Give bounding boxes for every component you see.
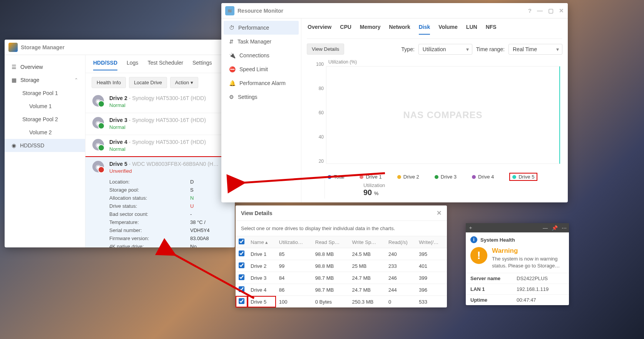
drive-row[interactable]: ◉ Drive 3 - Synology HAT5300-16T (HDD)No…	[85, 113, 235, 135]
legend-drive4[interactable]: Drive 4	[472, 173, 494, 181]
help-icon[interactable]: ?	[528, 7, 532, 14]
legend-drive5[interactable]: Drive 5	[509, 173, 537, 181]
drive-row[interactable]: ◉ Drive 4 - Synology HAT5300-16T (HDD)No…	[85, 135, 235, 157]
sidebar-item-connections[interactable]: 🔌Connections	[224, 48, 299, 62]
sidebar-item-volume2[interactable]: Volume 2	[5, 126, 85, 139]
sidebar-item-pool1[interactable]: Storage Pool 1	[5, 87, 85, 100]
tab-logs[interactable]: Logs	[127, 60, 138, 70]
sidebar-item-speed-limit[interactable]: ⛔Speed Limit	[224, 62, 299, 76]
dot-icon	[435, 175, 438, 179]
time-range-select[interactable]: Real Time	[509, 44, 562, 55]
check-all[interactable]	[239, 239, 244, 244]
legend-label: Drive 4	[478, 174, 494, 180]
locate-drive-button[interactable]: Locate Drive	[129, 77, 167, 88]
tab-overview[interactable]: Overview	[308, 24, 331, 35]
tab-memory[interactable]: Memory	[360, 24, 381, 35]
sidebar-item-performance-alarm[interactable]: 🔔Performance Alarm	[224, 76, 299, 90]
health-info-button[interactable]: Health Info	[92, 77, 126, 88]
legend-total[interactable]: Total	[328, 173, 344, 181]
pin-icon[interactable]: 📌	[552, 225, 558, 231]
legend-label: Drive 2	[403, 174, 419, 180]
resource-monitor-sidebar: ⏱Performance ⇵Task Manager 🔌Connections …	[221, 18, 301, 202]
storage-manager-titlebar[interactable]: Storage Manager	[5, 40, 235, 55]
drive-row[interactable]: ◉ Drive 2 - Synology HAT5300-16T (HDD)No…	[85, 91, 235, 113]
cell-read: 98.8 MB	[312, 248, 349, 260]
cell-name: Drive 2	[248, 260, 276, 272]
row-check[interactable]	[239, 250, 244, 256]
sidebar-item-performance[interactable]: ⏱Performance	[224, 21, 299, 35]
dot-icon	[472, 175, 476, 179]
util-label: Utilization	[363, 182, 559, 188]
bell-icon: 🔔	[229, 80, 236, 86]
table-row[interactable]: Drive 1 85 98.8 MB 24.5 MB 240 395	[236, 248, 447, 260]
col-util[interactable]: Utilizatio…	[276, 236, 312, 248]
storage-icon: ▦	[12, 77, 17, 83]
add-icon[interactable]: ＋	[468, 224, 473, 231]
tab-test-scheduler[interactable]: Test Scheduler	[147, 60, 183, 70]
legend-drive2[interactable]: Drive 2	[397, 173, 419, 181]
type-select[interactable]: Utilization	[418, 44, 472, 55]
detail-key: Drive status:	[109, 203, 190, 209]
drive-row-selected[interactable]: ◉ Drive 5 - WDC WD8003FFBX-68B9AN0 (H…7 …	[85, 156, 235, 247]
col-write[interactable]: Write Sp…	[349, 236, 386, 248]
row-check[interactable]	[239, 274, 244, 280]
legend-drive3[interactable]: Drive 3	[435, 173, 457, 181]
sidebar-item-volume1[interactable]: Volume 1	[5, 100, 85, 113]
dot-icon	[360, 175, 363, 179]
close-icon[interactable]: ✕	[437, 209, 442, 217]
tab-volume[interactable]: Volume	[438, 24, 458, 35]
cell-reads: 244	[385, 284, 416, 296]
legend-label: Drive 1	[366, 174, 381, 180]
minimize-icon[interactable]: —	[537, 7, 543, 14]
action-button[interactable]: Action ▾	[170, 77, 198, 88]
col-check[interactable]	[236, 236, 248, 248]
tab-lun[interactable]: LUN	[466, 24, 477, 35]
table-row[interactable]: Drive 5 100 0 Bytes 250.3 MB 0 533	[236, 296, 447, 308]
col-reads[interactable]: Read(/s)	[385, 236, 416, 248]
perf-toolbar: View Details Type: Utilization Time rang…	[307, 39, 562, 59]
cell-util: 86	[276, 284, 312, 296]
resource-monitor-window: ≋ Resource Monitor ? — ▢ ✕ ⏱Performance …	[221, 3, 568, 202]
view-details-title: View Details	[241, 210, 272, 216]
col-name[interactable]: Name ▴	[248, 236, 276, 248]
col-read[interactable]: Read Sp…	[312, 236, 349, 248]
sidebar-item-task-manager[interactable]: ⇵Task Manager	[224, 35, 299, 48]
disk-warn-icon: ◉	[92, 161, 104, 172]
tab-hdd-ssd[interactable]: HDD/SSD	[93, 60, 117, 70]
tab-disk[interactable]: Disk	[419, 24, 430, 35]
row-check[interactable]	[239, 262, 244, 268]
sidebar-label: Volume 1	[29, 103, 52, 109]
legend-drive1[interactable]: Drive 1	[360, 173, 381, 181]
sidebar-item-storage[interactable]: ▦Storage⌃	[5, 73, 85, 87]
kv-value: 192.168.1.119	[517, 286, 549, 292]
table-row[interactable]: Drive 3 84 98.7 MB 24.7 MB 246 399	[236, 272, 447, 284]
close-icon[interactable]: ✕	[559, 7, 564, 14]
cell-util: 99	[276, 260, 312, 272]
tab-cpu[interactable]: CPU	[340, 24, 351, 35]
col-writes[interactable]: Write(/…	[416, 236, 447, 248]
tab-nfs[interactable]: NFS	[486, 24, 497, 35]
view-details-button[interactable]: View Details	[307, 43, 344, 55]
storage-manager-title: Storage Manager	[21, 44, 65, 50]
resource-monitor-titlebar[interactable]: ≋ Resource Monitor ? — ▢ ✕	[221, 3, 568, 18]
system-health-title: i System Health	[466, 232, 569, 247]
table-row[interactable]: Drive 2 99 98.8 MB 25 MB 233 401	[236, 260, 447, 272]
tab-settings[interactable]: Settings	[192, 60, 212, 70]
row-check[interactable]	[239, 286, 244, 292]
sidebar-item-settings[interactable]: ⚙Settings	[224, 90, 299, 104]
sidebar-label: HDD/SSD	[20, 142, 44, 149]
legend-label: Total	[334, 174, 344, 180]
tab-network[interactable]: Network	[389, 24, 410, 35]
maximize-icon[interactable]: ▢	[548, 7, 554, 14]
view-details-header[interactable]: View Details ✕	[236, 205, 447, 221]
minimize-icon[interactable]: —	[543, 225, 548, 231]
cell-read: 98.7 MB	[312, 272, 349, 284]
sidebar-item-hdd-ssd[interactable]: ◉HDD/SSD	[5, 139, 85, 152]
kv-server: Server nameDS2422PLUS	[466, 273, 569, 284]
sidebar-item-pool2[interactable]: Storage Pool 2	[5, 113, 85, 126]
row-check[interactable]	[239, 298, 244, 304]
dots-icon[interactable]: ⋯	[562, 225, 567, 231]
widget-bar[interactable]: ＋ — 📌 ⋯	[466, 223, 569, 232]
table-row[interactable]: Drive 4 86 98.7 MB 24.7 MB 244 396	[236, 284, 447, 296]
sidebar-item-overview[interactable]: ☰Overview	[5, 60, 85, 73]
